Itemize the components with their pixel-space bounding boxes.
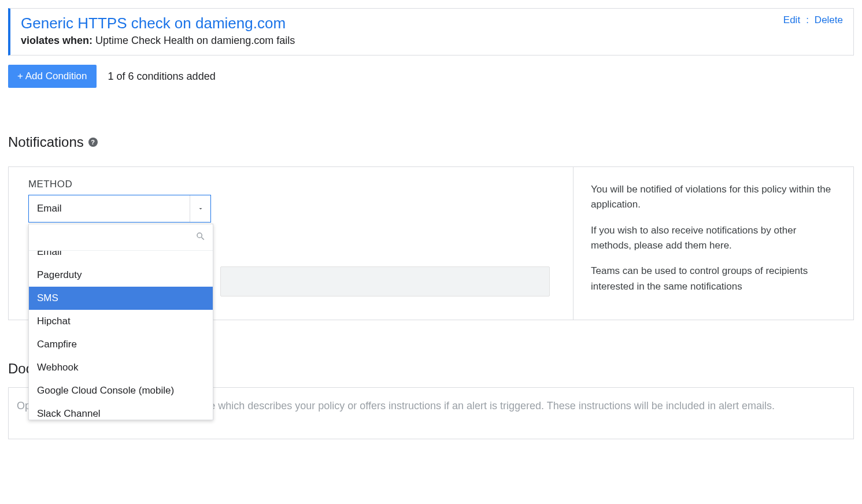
method-select-value: Email [29,195,190,222]
condition-title[interactable]: Generic HTTPS check on damieng.com [21,14,295,32]
dropdown-item[interactable]: Email [29,251,213,264]
info-paragraph-1: You will be notified of violations for t… [591,182,836,213]
dropdown-item[interactable]: Pagerduty [29,264,213,287]
dropdown-item[interactable]: Slack Channel [29,402,213,420]
dropdown-list[interactable]: EmailPagerdutySMSHipchatCampfireWebhookG… [29,251,213,420]
info-paragraph-2: If you wish to also receive notification… [591,223,836,254]
method-label: METHOD [28,179,553,190]
dropdown-search [29,224,213,251]
dropdown-item[interactable]: Google Cloud Console (mobile) [29,379,213,402]
notifications-info: You will be notified of violations for t… [573,167,853,320]
notifications-left: METHOD Email EmailPagerdutySMSHipchatCam… [9,167,573,320]
info-paragraph-3: Teams can be used to control groups of r… [591,264,836,294]
edit-link[interactable]: Edit [783,14,800,26]
method-select[interactable]: Email [28,195,211,223]
violates-text: Uptime Check Health on damieng.com fails [93,35,295,46]
dropdown-item[interactable]: Campfire [29,333,213,356]
dropdown-search-input[interactable] [36,232,195,242]
action-separator: : [806,14,809,26]
dropdown-item[interactable]: SMS [29,287,213,310]
condition-card: Generic HTTPS check on damieng.com viola… [8,8,854,55]
method-dropdown: EmailPagerdutySMSHipchatCampfireWebhookG… [28,224,213,420]
add-condition-button[interactable]: + Add Condition [8,65,97,88]
add-condition-row: + Add Condition 1 of 6 conditions added [8,65,854,88]
notifications-heading-text: Notifications [8,134,84,150]
help-icon[interactable]: ? [88,138,98,147]
condition-subtitle: violates when: Uptime Check Health on da… [21,35,295,47]
dropdown-item[interactable]: Hipchat [29,310,213,333]
notifications-heading: Notifications ? [8,134,854,150]
notification-field-placeholder [220,266,550,297]
delete-link[interactable]: Delete [815,14,843,26]
chevron-down-icon[interactable] [190,195,210,222]
violates-label: violates when: [21,35,93,46]
search-icon [195,231,206,243]
dropdown-item[interactable]: Webhook [29,356,213,379]
condition-actions: Edit : Delete [783,14,843,26]
condition-count: 1 of 6 conditions added [108,71,216,83]
notifications-panel: METHOD Email EmailPagerdutySMSHipchatCam… [8,166,854,320]
condition-main: Generic HTTPS check on damieng.com viola… [21,14,295,47]
